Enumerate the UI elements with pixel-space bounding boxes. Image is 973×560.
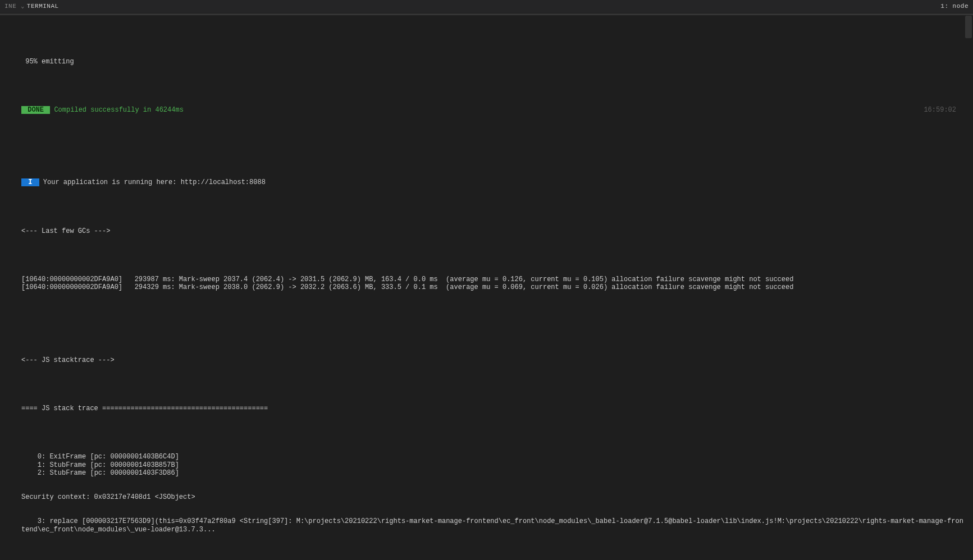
panel-header: INE ⌄ TERMINAL 1: node xyxy=(0,0,973,13)
tab-partial-left[interactable]: INE xyxy=(4,3,16,10)
gc-line: [10640:00000000002DFA9A0] 294329 ms: Mar… xyxy=(21,283,967,291)
chevron-down-icon[interactable]: ⌄ xyxy=(21,3,25,10)
stacktrace-header: <--- JS stacktrace ---> xyxy=(21,356,967,364)
stack-frame: 2: StubFrame [pc: 00000001403F3D86] xyxy=(21,469,967,477)
gc-line: [10640:00000000002DFA9A0] 293987 ms: Mar… xyxy=(21,276,967,283)
info-message: Your application is running here: http:/… xyxy=(43,178,266,186)
done-badge: DONE xyxy=(21,106,50,114)
gc-header: <--- Last few GCs ---> xyxy=(21,227,967,235)
tab-terminal[interactable]: TERMINAL xyxy=(27,3,59,10)
security-context: Security context: 0x03217e7408d1 <JSObje… xyxy=(21,493,967,501)
progress-line: 95% emitting xyxy=(21,58,967,66)
info-badge: I xyxy=(21,178,39,186)
stack-frame: 0: ExitFrame [pc: 00000001403B6C4D] xyxy=(21,453,967,461)
stack-title: ==== JS stack trace ====================… xyxy=(21,405,967,412)
app-running-line: I Your application is running here: http… xyxy=(21,178,967,186)
terminal-selector[interactable]: 1: node xyxy=(940,3,969,10)
stack-frame: 1: StubFrame [pc: 00000001403B857B] xyxy=(21,461,967,469)
replace-line: 3: replace [000003217E7563D9](this=0x03f… xyxy=(21,517,967,534)
terminal-output[interactable]: 95% emitting 16:59:02 DONE Compiled succ… xyxy=(0,15,973,560)
timestamp: 16:59:02 xyxy=(924,106,956,114)
scrollbar-vertical[interactable] xyxy=(965,16,972,38)
compile-done-line: 16:59:02 DONE Compiled successfully in 4… xyxy=(21,106,967,114)
done-message: Compiled successfully in 46244ms xyxy=(54,106,183,114)
